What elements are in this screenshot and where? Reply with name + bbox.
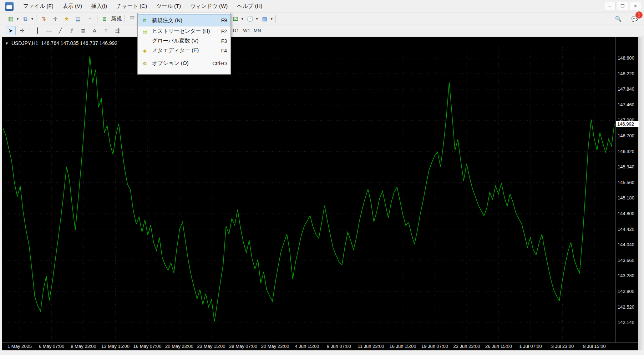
window-controls: –❐✕ [604, 2, 641, 10]
time-tick-label: 23 May 15:00 [197, 344, 225, 349]
menu-item-help[interactable]: ヘルプ (H) [232, 1, 267, 12]
global-variables-icon: ∴ [141, 38, 149, 44]
menu-item-label: オプション (O) [152, 60, 209, 67]
price-tick-label: 145.560 [618, 180, 634, 185]
navigator-icon[interactable]: ★ [62, 14, 72, 24]
cursor-icon[interactable]: ➤ [6, 26, 16, 35]
equidistant-channel-icon[interactable]: ⫽ [67, 26, 77, 35]
notification-badge: 1 [635, 11, 643, 19]
restore-button[interactable]: ❐ [617, 2, 628, 10]
periods-dropdown-arrow[interactable]: ▼ [255, 17, 259, 21]
tools-menu-item-metaeditor[interactable]: ◆メタエディター (E)F4 [138, 46, 230, 55]
time-tick-label: 16 May 07:00 [133, 344, 162, 349]
profiles-dropdown-arrow[interactable]: ▼ [31, 17, 34, 21]
menu-item-view[interactable]: 表示 (V) [58, 1, 87, 12]
terminal-icon[interactable]: ▤ [73, 14, 83, 24]
price-tick-label: 144.040 [618, 242, 634, 247]
notifications-icon[interactable]: 💬1 [630, 14, 640, 24]
price-chart[interactable] [2, 37, 638, 350]
minimize-button[interactable]: – [604, 2, 615, 10]
time-tick-label: 16 Jun 15:00 [389, 344, 416, 349]
price-tick-label: 146.700 [618, 133, 634, 138]
time-tick-label: 8 May 23:00 [71, 344, 96, 349]
data-window-icon[interactable]: ✛ [50, 14, 60, 24]
menu-item-file[interactable]: ファイル (F) [19, 1, 58, 12]
vertical-line-icon[interactable]: ┃ [32, 26, 42, 35]
text-label-icon[interactable]: T [101, 26, 111, 35]
tools-menu-item-options[interactable]: ⚙オプション (O)Ctrl+O [138, 59, 230, 68]
price-tick-label: 143.280 [618, 273, 634, 278]
indicators-icon[interactable]: 🗠 [230, 14, 240, 24]
text-icon[interactable]: A [90, 26, 100, 35]
price-tick-label: 143.660 [618, 258, 634, 263]
time-tick-label: 23 Jun 23:00 [453, 344, 480, 349]
arrows-icon[interactable]: ⇶ [112, 26, 122, 35]
close-button[interactable]: ✕ [630, 2, 641, 10]
menu-item-shortcut: F2 [221, 29, 227, 34]
menu-item-window[interactable]: ウィンドウ (W) [186, 1, 232, 12]
timeframe-w1-button[interactable]: W1 [242, 27, 252, 35]
periods-icon[interactable]: 🕒 [245, 14, 255, 24]
timeframe-d1-button[interactable]: D1 [232, 27, 241, 35]
history-center-icon: ▤ [141, 29, 149, 34]
time-tick-label: 6 May 07:00 [39, 344, 65, 349]
options-icon: ⚙ [141, 61, 149, 66]
price-tick-label: 144.800 [618, 211, 634, 216]
templates-icon[interactable]: ▧ [260, 14, 270, 24]
price-tick-label: 142.140 [618, 320, 634, 325]
menu-item-shortcut: F9 [221, 17, 227, 23]
menu-item-label: 新規注文 (N) [152, 17, 218, 24]
metaeditor-icon: ◆ [141, 48, 149, 54]
price-tick-label: 148.600 [618, 55, 634, 61]
horizontal-line-icon[interactable]: — [44, 26, 54, 35]
search-icon[interactable]: 🔍 [613, 14, 623, 24]
new-chart-dropdown-arrow[interactable]: ▼ [16, 17, 19, 21]
new-order-label[interactable]: 新規 [111, 15, 122, 22]
indicators-dropdown-arrow[interactable]: ▼ [241, 17, 244, 21]
crosshair-icon[interactable]: ✛ [17, 26, 27, 35]
bar-chart-icon[interactable]: 𝄛 [127, 14, 137, 24]
price-tick-label: 147.840 [618, 86, 634, 92]
menu-item-shortcut: F4 [221, 48, 227, 54]
templates-dropdown-arrow[interactable]: ▼ [270, 17, 273, 21]
collapse-triangle-icon[interactable]: ▼ [5, 41, 9, 45]
time-tick-label: 20 May 23:00 [165, 344, 193, 349]
price-tick-label: 147.460 [618, 102, 634, 107]
menu-item-insert[interactable]: 挿入(I) [87, 1, 112, 12]
timeframe-mn-button[interactable]: MN [253, 27, 262, 35]
market-watch-icon[interactable]: ⇅ [39, 14, 49, 24]
menu-item-charts[interactable]: チャート (C) [112, 1, 152, 12]
time-tick-label: 13 May 15:00 [101, 344, 130, 349]
time-tick-label: 30 May 23:00 [261, 344, 289, 349]
trendline-icon[interactable]: ╱ [55, 26, 65, 35]
new-order-icon[interactable]: 🗎 [100, 14, 110, 24]
time-tick-label: 9 Jun 07:00 [327, 344, 351, 349]
menu-item-tools[interactable]: ツール (T) [152, 1, 186, 12]
tools-menu-item-new-order[interactable]: 🗎新規注文 (N)F9 [138, 14, 230, 26]
toolbar-separator [275, 15, 276, 23]
profiles-icon[interactable]: ⧉ [20, 14, 30, 24]
symbol-period: USDJPY,H1 [11, 40, 38, 46]
menu-item-shortcut: Ctrl+O [212, 61, 227, 66]
menu-bar: ファイル (F)表示 (V)挿入(I)チャート (C)ツール (T)ウィンドウ … [0, 0, 644, 13]
menu-item-shortcut: F3 [221, 38, 227, 44]
drawing-toolbar: ➤✛┃—╱⫽≣AT⇶M1M5M15M30H1H4D1W1MN [0, 25, 644, 36]
tools-dropdown-menu: 🗎新規注文 (N)F9▤ヒストリーセンター (H)F2∴グローバル変数 (V)F… [137, 13, 231, 75]
tools-menu-item-history-center[interactable]: ▤ヒストリーセンター (H)F2 [138, 26, 230, 36]
strategy-tester-icon[interactable]: ◔ [85, 14, 95, 24]
toolbar-separator [36, 15, 36, 23]
time-tick-label: 1 May 2025 [7, 344, 32, 349]
price-tick-label: 148.220 [618, 71, 634, 76]
fibonacci-icon[interactable]: ≣ [78, 26, 88, 35]
toolbar-separator [125, 15, 125, 23]
menu-item-label: ヒストリーセンター (H) [152, 28, 218, 35]
current-price-box: 146.992 [616, 121, 639, 127]
price-tick-label: 142.520 [618, 304, 634, 310]
new-chart-icon[interactable]: ▥ [6, 14, 16, 24]
menu-item-label: メタエディター (E) [152, 47, 218, 54]
tools-menu-item-global-variables[interactable]: ∴グローバル変数 (V)F3 [138, 36, 230, 46]
price-tick-label: 142.900 [618, 289, 634, 294]
time-tick-label: 4 Jun 15:00 [295, 344, 319, 349]
time-tick-label: 19 Jun 07:00 [421, 344, 448, 349]
chart-title: ▼ USDJPY,H1 146.764 147.035 146.737 146.… [5, 40, 117, 46]
